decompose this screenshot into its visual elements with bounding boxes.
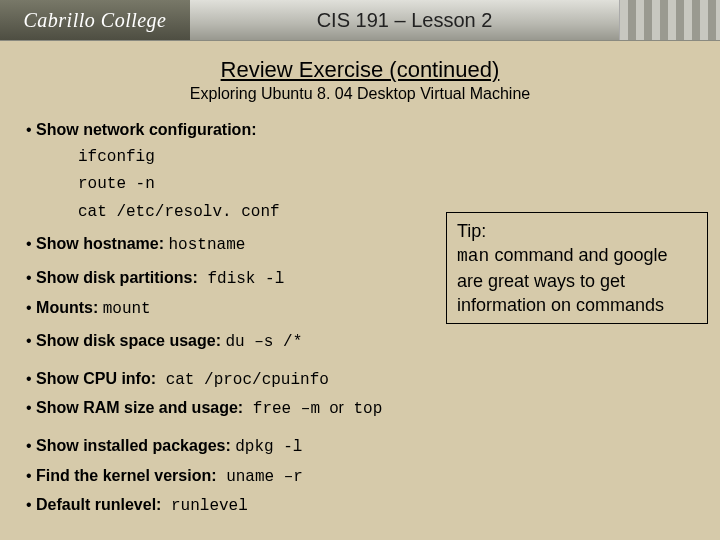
slide-subtitle: Exploring Ubuntu 8. 04 Desktop Virtual M… xyxy=(0,85,720,103)
bullet-du: Show disk space usage: du –s /* xyxy=(26,330,694,354)
bullet-kernel: Find the kernel version: uname –r xyxy=(26,465,694,489)
tip-heading: Tip: xyxy=(457,219,697,243)
cmd-ifconfig: ifconfig xyxy=(78,147,694,169)
bullet-network: Show network configuration: xyxy=(26,119,694,141)
pillars-image xyxy=(619,0,720,40)
tip-text: command and google are great ways to get… xyxy=(457,245,668,315)
college-logo: Cabrillo College xyxy=(0,0,190,40)
bullet-packages: Show installed packages: dpkg -l xyxy=(26,435,694,459)
cmd-route: route -n xyxy=(78,174,694,196)
bullet-runlevel: Default runlevel: runlevel xyxy=(26,494,694,518)
course-title: CIS 191 – Lesson 2 xyxy=(190,9,619,32)
tip-code: man xyxy=(457,246,489,266)
bullet-cpu: Show CPU info: cat /proc/cpuinfo xyxy=(26,368,694,392)
tip-box: Tip: man command and google are great wa… xyxy=(446,212,708,324)
slide-header: Cabrillo College CIS 191 – Lesson 2 xyxy=(0,0,720,41)
bullet-ram: Show RAM size and usage: free –m or top xyxy=(26,397,694,421)
slide-title: Review Exercise (continued) xyxy=(0,57,720,83)
